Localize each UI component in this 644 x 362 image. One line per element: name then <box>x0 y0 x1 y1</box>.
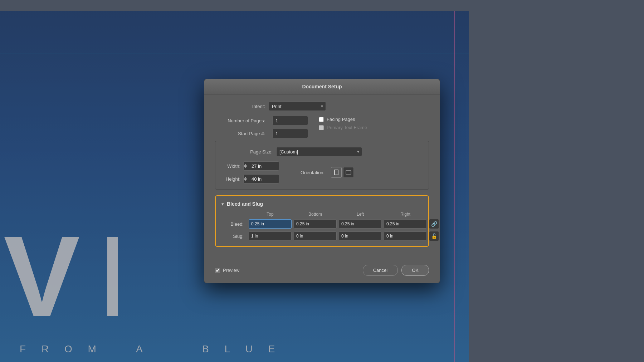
bleed-bottom-input[interactable] <box>294 219 337 229</box>
page-size-select-wrapper: [Custom] Letter Legal Tabloid A4 A3 <box>276 147 362 156</box>
width-spinner-arrows <box>244 164 247 168</box>
checkbox-group: Facing Pages Primary Text Frame <box>319 117 367 130</box>
bleed-slug-header: ▾ Bleed and Slug <box>221 201 423 207</box>
slug-link-icon[interactable]: 🔓 <box>429 231 439 241</box>
bottom-header: Bottom <box>294 212 337 217</box>
intent-label: Intent: <box>215 104 265 109</box>
width-down-arrow[interactable] <box>244 166 247 168</box>
orientation-group <box>331 167 354 178</box>
intent-select-wrapper: Print Web Mobile <box>269 102 326 111</box>
height-input[interactable] <box>243 174 279 184</box>
intent-row: Intent: Print Web Mobile <box>215 102 429 111</box>
start-page-label: Start Page #: <box>215 131 265 136</box>
page-size-section: Page Size: [Custom] Letter Legal Tabloid… <box>215 141 429 190</box>
dialog-body: Intent: Print Web Mobile Number of Pages… <box>204 94 440 260</box>
num-pages-label: Number of Pages: <box>215 118 265 123</box>
bleed-row-label: Bleed: <box>221 221 247 227</box>
facing-pages-row: Facing Pages <box>319 117 367 122</box>
page-size-select[interactable]: [Custom] Letter Legal Tabloid A4 A3 <box>276 147 362 156</box>
slug-top-input[interactable] <box>249 231 292 241</box>
primary-text-frame-checkbox[interactable] <box>319 125 324 130</box>
preview-checkbox[interactable] <box>215 268 220 273</box>
height-up-arrow[interactable] <box>244 177 247 179</box>
bleed-left-input[interactable] <box>339 219 382 229</box>
dialog-footer: Preview Cancel OK <box>204 260 440 283</box>
height-down-arrow[interactable] <box>244 179 247 181</box>
preview-row: Preview <box>215 268 359 273</box>
ok-button[interactable]: OK <box>401 265 429 276</box>
dialog-titlebar: Document Setup <box>204 79 440 94</box>
primary-text-frame-row: Primary Text Frame <box>319 125 367 130</box>
width-field-pair: Width: <box>223 161 279 171</box>
width-spinner <box>243 161 279 171</box>
page-size-row: Page Size: [Custom] Letter Legal Tabloid… <box>223 147 421 156</box>
page-size-label: Page Size: <box>223 149 273 155</box>
orientation-label: Orientation: <box>301 170 325 175</box>
portrait-icon <box>334 170 338 175</box>
height-spinner-arrows <box>244 177 247 181</box>
num-pages-input[interactable] <box>272 116 308 125</box>
width-label: Width: <box>223 163 240 169</box>
facing-pages-label: Facing Pages <box>327 117 355 122</box>
slug-left-input[interactable] <box>339 231 382 241</box>
landscape-icon <box>346 170 351 175</box>
slug-bottom-input[interactable] <box>294 231 337 241</box>
width-input[interactable] <box>243 161 279 171</box>
cancel-button[interactable]: Cancel <box>363 265 398 276</box>
height-spinner <box>243 174 279 184</box>
bleed-right-input[interactable] <box>384 219 427 229</box>
height-field-pair: Height: <box>223 174 279 184</box>
pages-facing-row: Number of Pages: Start Page #: Facing Pa… <box>215 116 429 138</box>
facing-pages-checkbox[interactable] <box>319 117 324 122</box>
width-up-arrow[interactable] <box>244 164 247 166</box>
document-setup-dialog: Document Setup Intent: Print Web Mobile … <box>204 79 440 283</box>
intent-select[interactable]: Print Web Mobile <box>269 102 326 111</box>
start-page-input[interactable] <box>272 129 308 138</box>
bleed-grid: Top Bottom Left Right Bleed: 🔗 Slug: 🔓 <box>221 212 423 241</box>
portrait-button[interactable] <box>331 167 342 178</box>
bleed-link-icon[interactable]: 🔗 <box>429 219 439 229</box>
landscape-button[interactable] <box>343 167 354 178</box>
dialog-title: Document Setup <box>302 84 342 89</box>
height-label: Height: <box>223 176 240 182</box>
preview-label: Preview <box>223 268 239 273</box>
slug-right-input[interactable] <box>384 231 427 241</box>
bleed-slug-toggle[interactable]: ▾ <box>221 201 224 207</box>
slug-row-label: Slug: <box>221 234 247 239</box>
bleed-slug-section: ▾ Bleed and Slug Top Bottom Left Right B… <box>215 195 429 247</box>
width-height-orientation-row: Width: Height: <box>223 161 421 184</box>
top-header: Top <box>249 212 292 217</box>
primary-text-frame-label: Primary Text Frame <box>327 125 367 130</box>
left-header: Left <box>339 212 382 217</box>
bleed-top-input[interactable] <box>249 219 292 229</box>
bleed-slug-title: Bleed and Slug <box>227 201 263 207</box>
right-header: Right <box>384 212 427 217</box>
